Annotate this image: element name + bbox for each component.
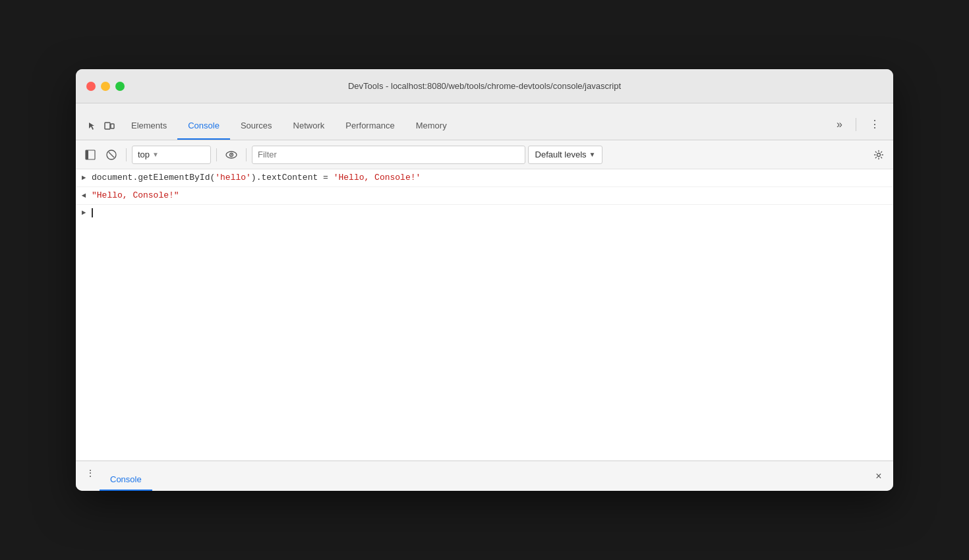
filter-input[interactable] [252, 146, 525, 164]
drawer-tab-console[interactable]: Console [100, 461, 152, 491]
more-tabs-icon[interactable]: » [834, 117, 845, 132]
svg-line-5 [109, 152, 114, 157]
drawer-tabs: Console [100, 461, 152, 491]
close-icon: × [875, 470, 881, 482]
output-arrow-1: ◄ [76, 190, 92, 202]
console-line-2: ◄ "Hello, Console!" [76, 187, 893, 205]
sidebar-toggle-button[interactable] [81, 146, 100, 164]
console-toolbar: top ▼ Default levels ▼ [76, 140, 893, 169]
levels-arrow-icon: ▼ [589, 151, 596, 158]
tab-network[interactable]: Network [283, 114, 336, 140]
inspect-icon[interactable] [86, 120, 98, 132]
tab-console[interactable]: Console [177, 114, 230, 140]
tab-bar-right: » ⋮ [829, 117, 888, 140]
device-icon[interactable] [103, 120, 115, 132]
settings-button[interactable] [869, 146, 888, 164]
output-value: "Hello, Console!" [92, 190, 179, 200]
text-cursor [92, 208, 93, 217]
clear-console-button[interactable] [102, 146, 121, 164]
context-arrow-icon: ▼ [152, 151, 159, 158]
tab-menu-icon[interactable]: ⋮ [867, 117, 883, 132]
drawer-right: × [869, 461, 888, 491]
toolbar-divider-1 [126, 148, 127, 161]
tabs: Elements Console Sources Network Perform… [121, 114, 829, 140]
toolbar-divider-3 [246, 148, 247, 161]
svg-rect-3 [86, 150, 88, 159]
svg-point-9 [877, 153, 881, 156]
window-title: DevTools - localhost:8080/web/tools/chro… [348, 81, 621, 91]
line-2-content: "Hello, Console!" [92, 190, 888, 202]
minimize-button[interactable] [101, 82, 110, 91]
line-1-content[interactable]: document.getElementById('hello').textCon… [92, 172, 888, 184]
bottom-drawer: ⋮ Console × [76, 461, 893, 491]
code-part-2: ).textContent = [251, 173, 334, 182]
tab-divider [856, 118, 856, 131]
log-levels-button[interactable]: Default levels ▼ [528, 146, 603, 164]
traffic-lights [86, 82, 125, 91]
maximize-button[interactable] [115, 82, 125, 91]
title-bar: DevTools - localhost:8080/web/tools/chro… [76, 69, 893, 103]
console-input-line[interactable]: ► [76, 205, 893, 221]
devtools-window: DevTools - localhost:8080/web/tools/chro… [76, 69, 893, 491]
tab-elements[interactable]: Elements [121, 114, 177, 140]
tab-sources[interactable]: Sources [230, 114, 283, 140]
string-hello-console: 'Hello, Console!' [334, 173, 421, 182]
context-selector[interactable]: top ▼ [132, 146, 211, 164]
console-line-1: ► document.getElementById('hello').textC… [76, 169, 893, 187]
code-part-1: document.getElementById( [92, 173, 215, 182]
tab-bar: Elements Console Sources Network Perform… [76, 103, 893, 140]
tab-memory[interactable]: Memory [405, 114, 457, 140]
toolbar-divider-2 [216, 148, 217, 161]
drawer-tab-console-label: Console [110, 474, 142, 484]
input-arrow-2: ► [76, 209, 92, 217]
console-output: ► document.getElementById('hello').textC… [76, 169, 893, 461]
drawer-close-button[interactable]: × [869, 467, 888, 486]
levels-label: Default levels [535, 150, 587, 159]
svg-point-8 [231, 154, 232, 155]
tab-bar-icons [81, 120, 121, 140]
string-hello: 'hello' [215, 173, 251, 182]
svg-rect-1 [111, 124, 114, 128]
context-value: top [138, 150, 150, 159]
tab-performance[interactable]: Performance [335, 114, 405, 140]
drawer-menu-icon[interactable]: ⋮ [81, 461, 100, 485]
svg-rect-0 [105, 123, 110, 129]
input-arrow-1: ► [76, 172, 92, 184]
live-expression-button[interactable] [222, 146, 241, 164]
close-button[interactable] [86, 82, 96, 91]
